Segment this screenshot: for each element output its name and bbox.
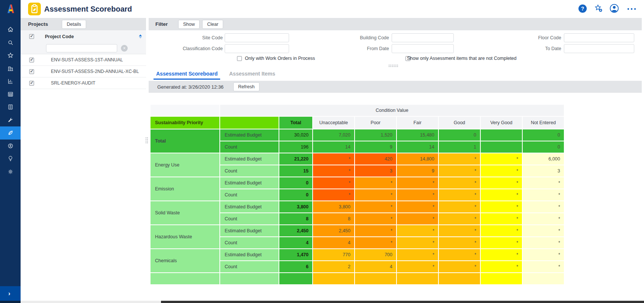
condition-value-cell: 2,450	[313, 225, 354, 236]
condition-value-cell: *	[481, 177, 522, 189]
table-row: Hazardous WasteEstimated Budget2,4502,45…	[151, 225, 564, 236]
refresh-button[interactable]: Refresh	[233, 82, 259, 91]
clear-x-glyph: ×	[123, 46, 125, 50]
show-button[interactable]: Show	[178, 20, 200, 29]
assessment-clipboard-icon	[28, 3, 41, 15]
reports-chart-icon	[7, 78, 14, 85]
chevron-right-icon: ›	[8, 290, 10, 297]
panel-splitter-handle[interactable]	[145, 137, 148, 144]
condition-value-cell: 14	[397, 141, 438, 153]
condition-value-cell: 770	[313, 249, 354, 260]
sidebar-item-maintenance[interactable]	[0, 114, 21, 127]
sort-carets-icon[interactable]	[139, 34, 142, 39]
tab-assessment-scoreboard[interactable]: Assessment Scoreboard	[156, 71, 218, 77]
work-orders-checkbox[interactable]	[237, 56, 242, 61]
building-code-label: Building Code	[306, 33, 389, 42]
project-checkbox[interactable]	[29, 69, 34, 74]
condition-value-cell	[481, 129, 522, 141]
condition-value-cell: *	[523, 177, 564, 189]
sidebar-item-assets[interactable]	[0, 101, 21, 114]
total-value-cell: 15	[279, 165, 312, 177]
project-row[interactable]: ENV-SUST-ASSESS-2ND-ANNUAL-XC-BL	[21, 66, 146, 77]
condition-value-cell: *	[313, 177, 354, 189]
sidebar-nav	[0, 23, 21, 178]
sidebar-item-settings[interactable]	[0, 165, 21, 178]
archibus-logo[interactable]	[5, 3, 16, 15]
metric-label-cell: Count	[220, 165, 279, 177]
condition-value-cell: 15,480	[397, 129, 438, 141]
filter-splitter-handle[interactable]	[388, 64, 398, 67]
sidebar-item-innovation[interactable]	[0, 152, 21, 165]
classification-code-input[interactable]	[225, 44, 289, 53]
help-icon[interactable]: ?	[578, 4, 587, 13]
condition-value-cell: *	[523, 201, 564, 212]
condition-value-cell: *	[397, 261, 438, 272]
more-icon[interactable]	[627, 7, 637, 10]
condition-value-cell	[523, 273, 564, 284]
sidebar-item-search[interactable]	[0, 36, 21, 49]
sidebar-item-planning-board[interactable]	[0, 88, 21, 101]
column-header-poor: Poor	[355, 117, 396, 129]
favorite-add-icon[interactable]	[594, 4, 603, 13]
condition-value-cell: *	[439, 165, 480, 177]
metric-blank-header	[220, 117, 279, 129]
condition-value-cell	[481, 141, 522, 153]
sidebar-item-buildings[interactable]	[0, 62, 21, 75]
scoreboard-table: Condition ValueSustainability PriorityTo…	[150, 104, 565, 285]
clear-button[interactable]: Clear	[202, 20, 223, 29]
priority-cell: Chemicals	[151, 249, 219, 272]
sidebar-item-favorites[interactable]	[0, 49, 21, 62]
sidebar-item-sustainability[interactable]	[0, 126, 21, 140]
project-row[interactable]: ENV-SUST-ASSESS-1ST-ANNUAL	[21, 54, 146, 66]
horizontal-scrollbar-thumb[interactable]	[161, 301, 644, 303]
sidebar-item-services[interactable]	[0, 140, 21, 153]
condition-value-cell	[355, 273, 396, 284]
table-row: Solid WasteEstimated Budget3,8003,800***…	[151, 201, 564, 212]
metric-label-cell: Estimated Budget	[220, 225, 279, 236]
condition-value-cell: *	[397, 237, 438, 248]
metric-label-cell: Count	[220, 141, 279, 153]
sidebar-item-home[interactable]	[0, 23, 21, 36]
search-icon	[7, 39, 14, 46]
maintenance-wrench-icon	[7, 117, 14, 123]
sort-desc-icon	[139, 37, 142, 39]
condition-value-cell: *	[397, 225, 438, 236]
horizontal-scrollbar[interactable]	[0, 301, 644, 303]
home-icon	[7, 26, 14, 33]
sidebar-item-reports[interactable]	[0, 75, 21, 88]
condition-value-cell	[397, 273, 438, 284]
project-row[interactable]: SRL-ENERGY-AUDIT	[21, 77, 146, 89]
condition-value-cell: *	[313, 153, 354, 165]
details-button[interactable]: Details	[62, 20, 86, 29]
project-checkbox[interactable]	[29, 81, 34, 86]
condition-value-cell: 4	[313, 237, 354, 248]
site-code-input[interactable]	[225, 33, 289, 42]
clear-filter-icon[interactable]: ×	[121, 45, 128, 52]
project-checkbox[interactable]	[29, 58, 34, 62]
total-value-cell: 3,800	[279, 201, 312, 212]
condition-value-cell: *	[481, 201, 522, 212]
user-icon[interactable]	[610, 4, 619, 13]
project-code: SRL-ENERGY-AUDIT	[51, 80, 95, 86]
condition-value-cell: *	[481, 153, 522, 165]
metric-label-cell	[220, 273, 279, 284]
floor-code-input[interactable]	[564, 33, 634, 42]
sort-asc-icon	[139, 34, 142, 36]
condition-value-cell: *	[481, 237, 522, 248]
condition-value-cell: 14,800	[397, 153, 438, 165]
condition-value-cell: *	[355, 237, 396, 248]
to-date-input[interactable]	[564, 44, 634, 53]
condition-value-cell: 9	[397, 165, 438, 177]
condition-value-cell: *	[439, 153, 480, 165]
buildings-icon	[7, 65, 14, 72]
tab-assessment-items[interactable]: Assessment Items	[229, 71, 275, 77]
select-all-checkbox[interactable]	[29, 34, 34, 39]
projects-panel-header: Projects Details	[21, 18, 146, 30]
from-date-input[interactable]	[392, 44, 454, 53]
condition-value-cell	[481, 273, 522, 284]
sustainability-priority-header: Sustainability Priority	[151, 117, 219, 129]
total-value-cell: 196	[279, 141, 312, 153]
building-code-input[interactable]	[392, 33, 454, 42]
project-code-filter-input[interactable]	[46, 44, 117, 52]
sidebar-expand-button[interactable]: ›	[0, 286, 21, 301]
